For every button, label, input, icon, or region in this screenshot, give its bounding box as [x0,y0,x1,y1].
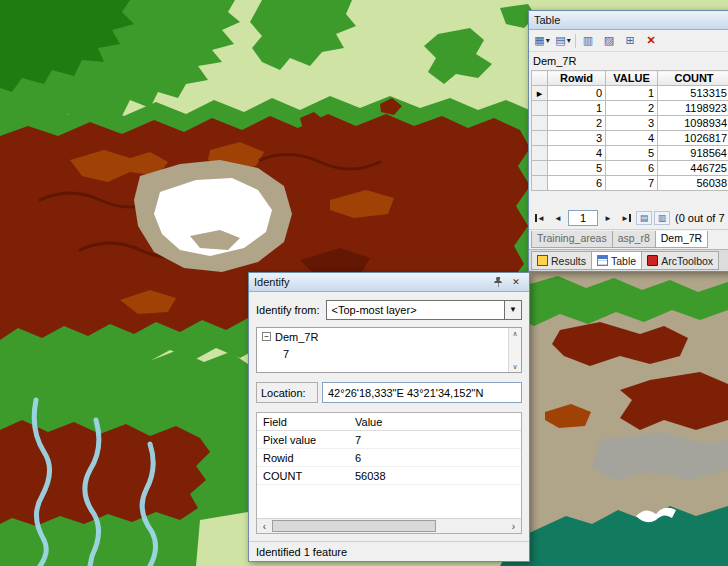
table-row[interactable]: 3 4 1026817 [532,131,728,146]
arctoolbox-icon [647,255,658,266]
select-records-icon[interactable]: ▥ [579,32,597,49]
fields-header-row: Field Value [257,413,521,431]
column-header-value[interactable]: VALUE [606,71,658,86]
table-icon [597,255,608,266]
tree-node-layer[interactable]: − Dem_7R [257,328,521,345]
table-window: Table ▦▾ ▤▾ ▥ ▨ ⊞ ✕ Dem_7R Rowid VALUE C… [528,10,728,272]
identify-from-value: <Top-most layer> [327,304,504,316]
current-record-input[interactable]: 1 [568,210,598,226]
pin-icon[interactable] [490,275,506,289]
tree-vertical-scrollbar[interactable]: ∧ ∨ [508,328,521,372]
table-options-icon[interactable]: ▦▾ [533,32,551,49]
table-row[interactable]: 5 6 446725 [532,161,728,176]
table-sheet-tabs: Training_areas asp_r8 Dem_7R [529,229,728,249]
column-header-rowid[interactable]: Rowid [548,71,606,86]
identify-from-label: Identify from: [256,304,320,316]
value-column-header: Value [355,416,521,428]
toolbar-separator [575,34,576,48]
dock-tab-arctoolbox[interactable]: ArcToolbox [641,251,719,270]
delete-selected-icon[interactable]: ✕ [642,32,660,49]
identify-window: Identify ✕ Identify from: <Top-most laye… [248,272,530,562]
identify-window-titlebar[interactable]: Identify ✕ [249,273,529,292]
add-field-icon[interactable]: ⊞ [621,32,639,49]
switch-selection-icon[interactable]: ▨ [600,32,618,49]
field-row[interactable]: Pixel value 7 [257,431,521,449]
record-navigation: ◄ ◄ 1 ► ► ▤ ▥ (0 out of 7 [529,207,728,229]
field-column-header: Field [263,416,355,428]
next-record-button[interactable]: ► [600,210,616,226]
table-window-title: Table [534,14,560,26]
chevron-down-icon[interactable]: ▼ [504,301,521,319]
table-layer-name: Dem_7R [529,52,728,69]
sheet-tab-training-areas[interactable]: Training_areas [531,231,613,248]
tree-value-label: 7 [283,348,289,360]
collapse-icon[interactable]: − [262,332,271,341]
attribute-grid[interactable]: Rowid VALUE COUNT ▸ 0 1 513315 1 [531,70,728,205]
column-header-count[interactable]: COUNT [658,71,728,86]
show-all-records-icon[interactable]: ▤ [636,211,652,225]
field-row[interactable]: Rowid 6 [257,449,521,467]
terrain-right-region [500,272,728,566]
identify-from-combobox[interactable]: <Top-most layer> ▼ [326,300,522,320]
sheet-tab-dem-7r[interactable]: Dem_7R [655,231,708,248]
tree-layer-label: Dem_7R [275,331,318,343]
scroll-right-icon[interactable]: › [506,519,521,533]
identify-status-text: Identified 1 feature [256,546,347,558]
field-row[interactable]: COUNT 56038 [257,467,521,485]
identify-status-bar: Identified 1 feature [249,541,529,561]
close-icon[interactable]: ✕ [508,275,524,289]
row-selector-header [532,71,548,86]
first-record-button[interactable]: ◄ [532,210,548,226]
table-window-titlebar[interactable]: Table [529,11,728,30]
table-row[interactable]: 2 3 1098934 [532,116,728,131]
current-record-icon: ▸ [537,87,543,99]
identify-window-title: Identify [254,276,289,288]
location-value-field[interactable]: 42°26'18,333"E 43°21'34,152"N [322,382,522,403]
dock-tabs: Results Table ArcToolbox [529,249,728,271]
terrain-pale-patch [196,512,248,566]
scroll-left-icon[interactable]: ‹ [257,519,272,533]
table-row[interactable]: ▸ 0 1 513315 [532,86,728,101]
dropdown-caret-icon: ▾ [546,36,550,45]
record-count-status: (0 out of 7 [675,212,725,224]
table-row[interactable]: 1 2 1198923 [532,101,728,116]
table-toolbar: ▦▾ ▤▾ ▥ ▨ ⊞ ✕ [529,30,728,52]
attribute-header-row: Rowid VALUE COUNT [532,71,728,86]
dropdown-caret-icon: ▾ [567,36,571,45]
dock-tab-table[interactable]: Table [591,251,642,270]
show-selected-records-icon[interactable]: ▥ [654,211,670,225]
scrollbar-thumb[interactable] [272,520,436,532]
sheet-tab-asp-r8[interactable]: asp_r8 [612,231,656,248]
arcmap-application: Table ▦▾ ▤▾ ▥ ▨ ⊞ ✕ Dem_7R Rowid VALUE C… [0,0,728,566]
related-tables-icon[interactable]: ▤▾ [554,32,572,49]
last-record-button[interactable]: ► [618,210,634,226]
tree-node-value[interactable]: 7 [257,345,521,362]
table-row[interactable]: 6 7 56038 [532,176,728,191]
results-icon [537,255,548,266]
identify-fields-panel: Field Value Pixel value 7 Rowid 6 COUNT … [256,412,522,534]
scroll-down-icon[interactable]: ∨ [509,361,521,372]
location-label: Location: [256,382,318,403]
previous-record-button[interactable]: ◄ [550,210,566,226]
identify-results-tree[interactable]: − Dem_7R 7 ∧ ∨ [256,327,522,373]
table-row[interactable]: 4 5 918564 [532,146,728,161]
identify-body: Identify from: <Top-most layer> ▼ − Dem_… [249,292,529,541]
fields-horizontal-scrollbar[interactable]: ‹ › [257,518,521,533]
dock-tab-results[interactable]: Results [531,251,592,270]
scroll-up-icon[interactable]: ∧ [509,328,521,339]
